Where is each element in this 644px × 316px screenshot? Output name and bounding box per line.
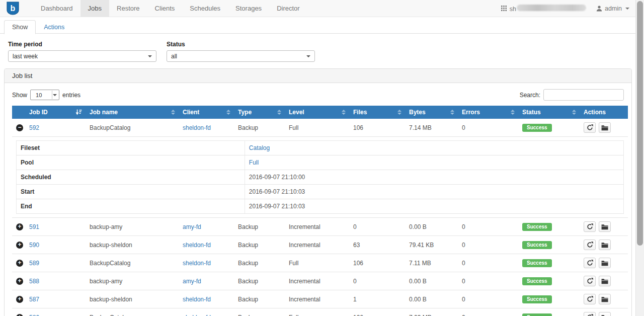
job-id-link[interactable]: 586: [29, 314, 39, 316]
rerun-job-button[interactable]: [584, 276, 596, 286]
client-link[interactable]: sheldon-fd: [183, 260, 211, 267]
job-id-link[interactable]: 587: [29, 296, 39, 303]
job-files-button[interactable]: [599, 276, 611, 286]
column-header[interactable]: Bytes: [405, 106, 458, 119]
job-id-link[interactable]: 588: [29, 278, 39, 285]
column-header-label: Actions: [584, 109, 606, 116]
job-name-cell: backup-sheldon: [86, 236, 179, 254]
column-header[interactable]: Client: [179, 106, 234, 119]
rerun-job-button[interactable]: [584, 240, 596, 250]
column-header[interactable]: Job ID: [25, 106, 86, 119]
level-cell: Full: [285, 308, 349, 316]
user-menu[interactable]: admin: [596, 5, 629, 12]
vertical-scrollbar[interactable]: [635, 0, 644, 316]
detail-value: 2016-09-07 21:10:03: [249, 188, 305, 195]
client-link[interactable]: amy-fd: [183, 278, 201, 285]
job-files-button[interactable]: [599, 221, 611, 232]
rerun-job-button[interactable]: [584, 221, 596, 232]
column-header[interactable]: Job name: [86, 106, 179, 119]
nav-item[interactable]: Clients: [147, 0, 183, 17]
baculum-logo[interactable]: b: [0, 0, 26, 17]
nav-item[interactable]: Director: [269, 0, 307, 17]
column-header[interactable]: Actions: [580, 106, 628, 119]
status-badge: Success: [522, 313, 552, 316]
job-files-button[interactable]: [599, 122, 611, 133]
client-link[interactable]: sheldon-fd: [183, 296, 211, 303]
page-length-control: Show 10 entries: [12, 90, 80, 100]
sort-desc-icon: [75, 109, 82, 115]
job-id-link[interactable]: 589: [29, 260, 39, 267]
job-id-link[interactable]: 591: [29, 223, 39, 230]
nav-item-label: Schedules: [190, 5, 220, 12]
nav-item[interactable]: Storages: [228, 0, 269, 17]
rerun-job-button[interactable]: [584, 294, 596, 304]
navbar-right: sh admin: [501, 0, 635, 17]
job-list-panel: Job list Show 10 entries Search:: [4, 68, 632, 316]
rerun-job-button[interactable]: [584, 122, 596, 133]
client-link[interactable]: amy-fd: [183, 223, 201, 230]
user-caret-icon: [625, 8, 629, 10]
nav-item[interactable]: Schedules: [182, 0, 228, 17]
errors-cell: 0: [458, 119, 518, 137]
table-controls: Show 10 entries Search:: [12, 89, 624, 101]
status-filter-select[interactable]: all: [167, 50, 315, 62]
job-id-link[interactable]: 592: [29, 124, 39, 131]
type-cell: Backup: [234, 119, 285, 137]
status-badge: Success: [522, 295, 552, 303]
user-icon: [596, 6, 602, 12]
nav-item[interactable]: Restore: [109, 0, 147, 17]
sort-both-icon: [397, 110, 401, 115]
tab[interactable]: Actions: [36, 20, 72, 34]
files-cell: 106: [349, 308, 405, 316]
detail-value: 2016-09-07 21:10:00: [249, 174, 305, 181]
expand-row-button[interactable]: +: [16, 223, 23, 230]
tab[interactable]: Show: [4, 20, 36, 34]
panel-title: Job list: [5, 69, 631, 83]
sort-both-icon: [171, 110, 175, 115]
level-cell: Incremental: [285, 272, 349, 290]
errors-cell: 0: [458, 254, 518, 272]
client-link[interactable]: sheldon-fd: [183, 314, 211, 316]
scrollbar-thumb[interactable]: [637, 1, 643, 246]
job-files-button[interactable]: [599, 312, 611, 316]
expand-row-button[interactable]: −: [16, 124, 23, 131]
table-row: + 590 backup-sheldon sheldon-fd Backup I…: [12, 236, 628, 254]
nav-item[interactable]: Jobs: [80, 0, 109, 17]
files-cell: 1: [349, 290, 405, 308]
expand-row-button[interactable]: +: [16, 314, 23, 316]
rerun-job-button[interactable]: [584, 312, 596, 316]
client-link[interactable]: sheldon-fd: [183, 124, 211, 131]
job-name-cell: backup-sheldon: [86, 290, 179, 308]
detail-value-link[interactable]: Full: [249, 159, 259, 166]
expand-row-button[interactable]: +: [16, 278, 23, 285]
job-id-link[interactable]: 590: [29, 242, 39, 249]
column-header[interactable]: Type: [234, 106, 285, 119]
column-header-label: Job name: [90, 109, 118, 116]
files-cell: 106: [349, 254, 405, 272]
apps-grid-icon[interactable]: [501, 6, 507, 11]
entries-per-page-select[interactable]: 10: [30, 90, 59, 100]
column-header-label: Type: [238, 109, 252, 116]
column-header[interactable]: Status: [518, 106, 580, 119]
column-header-label: Level: [289, 109, 304, 116]
job-files-button[interactable]: [599, 294, 611, 304]
client-link[interactable]: sheldon-fd: [183, 242, 211, 249]
search-input[interactable]: [543, 89, 624, 101]
job-files-button[interactable]: [599, 258, 611, 268]
rerun-job-button[interactable]: [584, 258, 596, 268]
nav-item-label: Clients: [155, 5, 175, 12]
job-files-button[interactable]: [599, 240, 611, 250]
nav-item[interactable]: Dashboard: [33, 0, 80, 17]
expand-row-button[interactable]: +: [16, 242, 23, 249]
bytes-cell: 0.00 B: [405, 272, 458, 290]
time-period-select[interactable]: last week: [8, 50, 156, 62]
column-header[interactable]: Level: [285, 106, 349, 119]
expand-row-button[interactable]: +: [16, 296, 23, 303]
column-header[interactable]: Files: [349, 106, 405, 119]
expand-row-button[interactable]: +: [16, 260, 23, 267]
sort-both-icon: [450, 110, 454, 115]
detail-value-link[interactable]: Catalog: [249, 144, 270, 151]
column-header[interactable]: [12, 106, 25, 119]
column-header[interactable]: Errors: [458, 106, 518, 119]
sort-both-icon: [226, 110, 230, 115]
